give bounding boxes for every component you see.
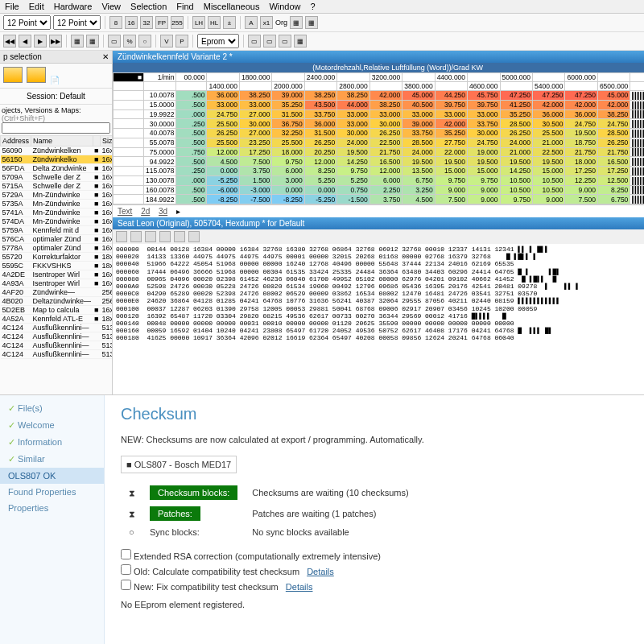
cs-nav-item[interactable]: OLS807 OK bbox=[0, 468, 104, 484]
nav-icon[interactable]: ▶▶ bbox=[49, 35, 62, 47]
folder-open-icon[interactable] bbox=[3, 67, 23, 83]
tool-icon[interactable]: % bbox=[123, 35, 136, 47]
checksum-note: NEW: Checksums are now calculated at exp… bbox=[121, 435, 628, 444]
map-tabs: Text 2d 3d ▸ bbox=[113, 204, 644, 217]
map-grid[interactable]: ■1/min00.0001800.0002400.0003200.0004400… bbox=[113, 72, 644, 204]
tab-Text[interactable]: Text bbox=[118, 207, 132, 216]
tool-icon[interactable]: ▦ bbox=[294, 35, 307, 47]
cs-action-button[interactable]: Checksum blocks: bbox=[150, 485, 237, 500]
tool-icon[interactable]: x1 bbox=[260, 16, 273, 29]
nav-icon[interactable]: ◀◀ bbox=[3, 35, 16, 47]
map-row[interactable]: 5709ASchwelle der Z■16x12 bbox=[1, 173, 113, 182]
hex-tool-icon[interactable] bbox=[116, 231, 127, 242]
hex-title-bar: Seat Leon (Original), 505704, Hexdump * … bbox=[113, 217, 644, 229]
menu-item[interactable]: Hardware bbox=[54, 2, 93, 11]
tool-icon[interactable]: FP bbox=[155, 16, 168, 29]
map-row[interactable]: 4AF20Zündwinke—256x1 bbox=[1, 288, 113, 297]
tool-icon[interactable]: ▭ bbox=[108, 35, 121, 47]
cs-nav-item[interactable]: Similar bbox=[0, 451, 104, 468]
tool-icon[interactable]: HL bbox=[208, 16, 221, 29]
nav-icon[interactable]: ▶ bbox=[34, 35, 47, 47]
grid-icon[interactable]: ▦ bbox=[86, 35, 99, 47]
map-row[interactable]: 4C124Ausflußkennlini—513x1 bbox=[1, 324, 113, 332]
tool-icon[interactable]: 255 bbox=[171, 16, 184, 29]
font-size-2[interactable]: 12 Point bbox=[53, 15, 101, 30]
filter-input[interactable] bbox=[2, 122, 110, 134]
menu-item[interactable]: ? bbox=[311, 2, 316, 11]
map-row[interactable]: 55720Korrekturfaktor■18x14 bbox=[1, 253, 113, 262]
hex-tool-icon[interactable] bbox=[188, 231, 200, 242]
menu-item[interactable]: Find bbox=[176, 2, 193, 11]
cs-nav-item[interactable]: Properties bbox=[0, 500, 104, 516]
tool-icon[interactable]: 32 bbox=[140, 16, 153, 29]
menu-item[interactable]: File bbox=[5, 2, 19, 11]
hex-tool-icon[interactable] bbox=[159, 231, 171, 242]
folder-icon[interactable] bbox=[27, 67, 46, 83]
cs-status: No sync blocks available bbox=[246, 525, 415, 539]
map-row[interactable]: 5778Aoptimaler Zünd■16x12 bbox=[1, 244, 113, 253]
map-row[interactable]: 574DAMn-Zündwinke■16x12 bbox=[1, 217, 113, 226]
map-row[interactable]: 5D2EBMap to calcula■16x16 bbox=[1, 306, 113, 315]
map-row[interactable]: 56090Zündwinkelken■16x12 bbox=[1, 147, 113, 155]
menu-item[interactable]: Selection bbox=[130, 2, 167, 11]
menu-item[interactable]: View bbox=[101, 2, 121, 11]
cs-nav-item[interactable]: Found Properties bbox=[0, 484, 104, 500]
hex-tool-icon[interactable] bbox=[145, 231, 156, 242]
map-row[interactable]: 56150Zündwinkelko■16x12 bbox=[1, 155, 113, 164]
menu-item[interactable]: Edit bbox=[29, 2, 44, 11]
font-size-1[interactable]: 12 Point bbox=[3, 15, 51, 30]
tool-icon[interactable]: ▭ bbox=[248, 35, 261, 47]
tool-icon[interactable]: ▦ bbox=[290, 16, 303, 29]
map-row[interactable]: 5595CFKKVSHKS■18x14 bbox=[1, 262, 113, 270]
cs-checkbox-row[interactable]: Extended RSA correction (computationally… bbox=[121, 549, 628, 561]
tool-icon[interactable]: 16 bbox=[125, 16, 138, 29]
hex-dump[interactable]: 000000 00144 00128 16384 00000 16384 327… bbox=[113, 244, 644, 343]
map-row[interactable]: 4A52AKennfeld ATL-E■18x16 bbox=[1, 315, 113, 324]
tool-icon[interactable]: 8 bbox=[109, 16, 122, 29]
map-row[interactable]: 5735AMn-Zündwinke■16x12 bbox=[1, 200, 113, 208]
menu-item[interactable]: Window bbox=[269, 2, 300, 11]
tool-icon[interactable]: ▭ bbox=[279, 35, 291, 47]
tool-icon[interactable]: ▭ bbox=[263, 35, 276, 47]
cs-status: Patches are waiting (1 patches) bbox=[246, 504, 415, 523]
cs-nav-item[interactable]: Welcome bbox=[0, 417, 104, 434]
tool-icon[interactable]: A bbox=[245, 16, 258, 29]
map-row[interactable]: 5729AMn-Zündwinke■16x12 bbox=[1, 191, 113, 200]
cs-nav-item[interactable]: Information bbox=[0, 434, 104, 451]
new-icon[interactable]: 📄 bbox=[50, 76, 60, 85]
details-link[interactable]: Details bbox=[286, 582, 313, 592]
cs-checkbox-row[interactable]: Old: Calculate compatibility test checks… bbox=[121, 564, 628, 576]
cs-nav-item[interactable]: File(s) bbox=[0, 400, 104, 417]
eprom-select[interactable]: Eprom bbox=[197, 34, 239, 48]
grid-icon[interactable]: ▦ bbox=[71, 35, 84, 47]
map-row[interactable]: 56FDADelta Zündwinke■16x12 bbox=[1, 164, 113, 173]
cs-label: Sync blocks: bbox=[143, 525, 244, 539]
map-row[interactable]: 4C124Ausflußkennlini—513x1 bbox=[1, 350, 113, 359]
nav-icon[interactable]: ◀ bbox=[19, 35, 31, 47]
menu-item[interactable]: Miscellaneous bbox=[204, 2, 260, 11]
tool-icon[interactable]: LH bbox=[192, 16, 205, 29]
map-row[interactable]: 5759AKennfeld mit d■16x12 bbox=[1, 226, 113, 235]
tab-2d[interactable]: 2d bbox=[141, 207, 150, 216]
checksum-module: ■ OLS807 - Bosch MED17 bbox=[121, 456, 237, 473]
map-row[interactable]: 576CAoptimaler Zünd■16x12 bbox=[1, 235, 113, 244]
map-row[interactable]: 4A2DEIsentroper Wirl■16x16 bbox=[1, 270, 113, 279]
map-row[interactable]: 4C124Ausflußkennlini—513x1 bbox=[1, 341, 113, 350]
details-link[interactable]: Details bbox=[307, 567, 334, 576]
tool-icon[interactable]: V bbox=[160, 35, 173, 47]
tab-3d[interactable]: 3d bbox=[159, 207, 167, 216]
map-row[interactable]: 5715ASchwelle der Z■16x12 bbox=[1, 182, 113, 191]
close-icon[interactable]: ✕ bbox=[102, 52, 109, 61]
tool-icon[interactable]: ▦ bbox=[305, 16, 318, 29]
hex-tool-icon[interactable] bbox=[130, 231, 142, 242]
cs-action-button[interactable]: Patches: bbox=[150, 506, 200, 521]
cs-checkbox-row[interactable]: New: Fix compatibility test checksum Det… bbox=[121, 580, 628, 592]
tool-icon[interactable]: P bbox=[175, 35, 188, 47]
map-row[interactable]: 4A93AIsentroper Wirl■16x16 bbox=[1, 279, 113, 288]
map-row[interactable]: 5741AMn-Zündwinke■16x12 bbox=[1, 208, 113, 217]
map-row[interactable]: 4C124Ausflußkennlini—513x1 bbox=[1, 332, 113, 341]
hex-tool-icon[interactable] bbox=[174, 231, 185, 242]
tool-icon[interactable]: ± bbox=[223, 16, 236, 29]
map-row[interactable]: 4B020Deltazündwinke—256x1 bbox=[1, 297, 113, 306]
tool-icon[interactable]: ○ bbox=[138, 35, 151, 47]
